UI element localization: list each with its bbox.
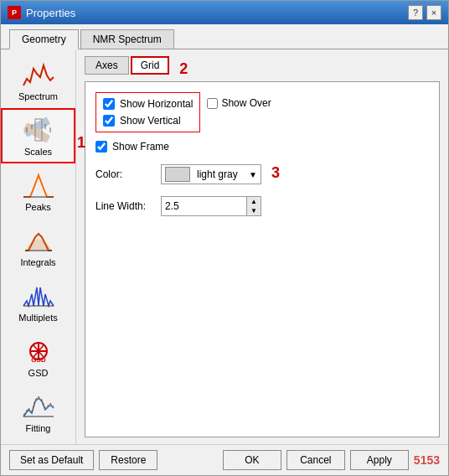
checkbox-group-main: Show Horizontal Show Vertical [95, 92, 200, 132]
bottom-bar: Set as Default Restore OK Cancel Apply 5… [1, 444, 448, 475]
dropdown-arrow-icon: ▼ [249, 170, 257, 179]
title-bar-left: P Properties [8, 6, 75, 19]
properties-window: P Properties ? × Geometry NMR Spectrum [0, 0, 449, 476]
spinbox-arrows: ▲ ▼ [246, 197, 261, 215]
peaks-label: Peaks [25, 202, 51, 212]
peaks-icon [22, 170, 55, 200]
right-panel: Axes Grid 2 Sho [76, 49, 448, 444]
show-vertical-checkbox[interactable] [103, 115, 115, 127]
cancel-button[interactable]: Cancel [286, 450, 345, 470]
multiplets-label: Multiplets [18, 313, 57, 323]
show-horizontal-label: Show Horizontal [120, 98, 193, 110]
tab-geometry[interactable]: Geometry [9, 29, 79, 49]
gsd-label: GSD [28, 368, 49, 378]
scales-icon [22, 115, 55, 145]
show-vertical-row: Show Vertical [103, 115, 193, 127]
sidebar-item-fitting[interactable]: Fitting [1, 385, 75, 440]
annotation-2: 2 [179, 60, 188, 78]
main-area: Spectrum [1, 49, 448, 444]
spectrum-label: Spectrum [18, 91, 58, 101]
title-bar: P Properties ? × [1, 1, 448, 24]
watermark: 5153 [414, 453, 440, 467]
sub-tabs: Axes Grid [85, 56, 171, 75]
ok-button[interactable]: OK [223, 450, 281, 470]
title-bar-controls: ? × [408, 5, 441, 20]
color-field-row: Color: light gray ▼ [95, 164, 261, 184]
show-frame-row: Show Frame [95, 141, 429, 153]
show-horizontal-checkbox[interactable] [103, 98, 115, 110]
scales-label: Scales [24, 147, 52, 157]
window-title: Properties [26, 7, 75, 19]
sub-tabs-row: Axes Grid 2 [85, 56, 440, 81]
show-horizontal-row: Show Horizontal [103, 98, 193, 110]
line-width-label: Line Width: [95, 200, 154, 212]
top-tabs: Geometry NMR Spectrum [1, 24, 448, 49]
tab-nmr-spectrum[interactable]: NMR Spectrum [80, 29, 174, 49]
svg-text:P: P [12, 8, 17, 17]
fitting-icon [22, 391, 55, 422]
sub-tab-grid[interactable]: Grid [131, 56, 170, 75]
fitting-label: Fitting [26, 423, 51, 433]
close-button[interactable]: × [426, 5, 441, 20]
integrals-icon [22, 225, 55, 256]
line-width-field-row: Line Width: 2.5 ▲ ▼ [95, 196, 429, 216]
spectrum-icon [22, 60, 55, 90]
multiplets-icon [22, 281, 55, 311]
color-label: Color: [95, 168, 154, 180]
spinbox-up-button[interactable]: ▲ [247, 197, 261, 206]
app-icon: P [8, 6, 21, 19]
line-width-value: 2.5 [162, 199, 246, 214]
show-over-label: Show Over [221, 97, 271, 109]
apply-button[interactable]: Apply [350, 450, 409, 470]
sub-tab-axes[interactable]: Axes [85, 56, 129, 75]
sidebar-item-peaks[interactable]: Peaks [1, 163, 75, 219]
show-frame-label: Show Frame [112, 141, 169, 153]
line-width-spinbox[interactable]: 2.5 ▲ ▼ [161, 196, 261, 216]
sidebar-item-scales[interactable]: Scales [1, 108, 75, 163]
color-dropdown[interactable]: light gray ▼ [161, 164, 261, 184]
color-value: light gray [197, 168, 238, 180]
sidebar: Spectrum [1, 49, 76, 444]
svg-text:GSD: GSD [31, 356, 46, 364]
show-frame-checkbox[interactable] [95, 141, 107, 153]
sidebar-item-integrals[interactable]: Integrals [1, 219, 75, 274]
content-area: Geometry NMR Spectrum Spectrum [1, 24, 448, 444]
set-as-default-button[interactable]: Set as Default [9, 450, 94, 470]
show-vertical-label: Show Vertical [120, 115, 181, 127]
color-swatch [165, 167, 190, 182]
sidebar-item-gsd[interactable]: GSD GSD [1, 329, 75, 385]
options-panel: Show Horizontal Show Vertical Show Over [85, 81, 440, 437]
sidebar-item-spectrum[interactable]: Spectrum [1, 53, 75, 108]
gsd-icon: GSD [22, 336, 55, 366]
show-over-checkbox[interactable] [207, 98, 218, 109]
sidebar-item-multiplets[interactable]: Multiplets [1, 274, 75, 329]
restore-button[interactable]: Restore [99, 450, 157, 470]
help-button[interactable]: ? [408, 5, 423, 20]
integrals-label: Integrals [20, 257, 55, 267]
annotation-3: 3 [271, 164, 280, 182]
spinbox-down-button[interactable]: ▼ [247, 206, 261, 215]
